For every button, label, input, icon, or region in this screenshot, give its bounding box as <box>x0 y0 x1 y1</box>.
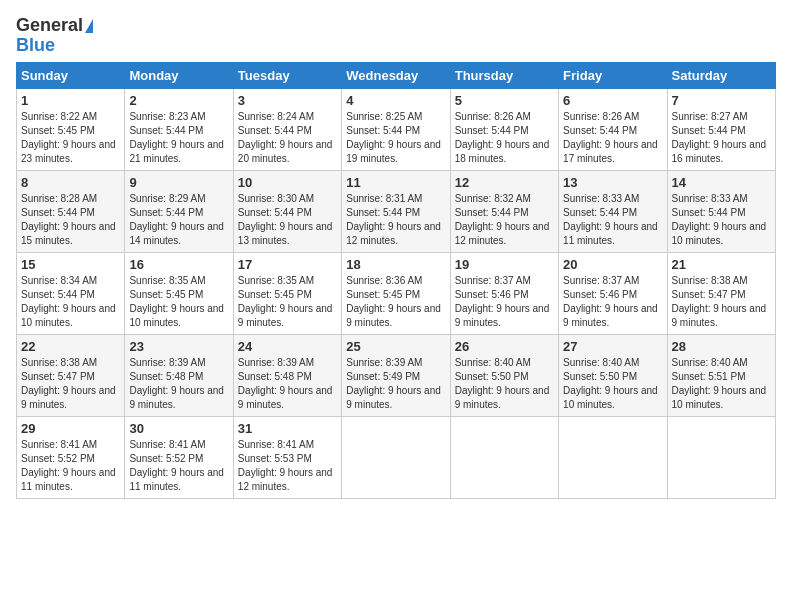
calendar-cell: 13 Sunrise: 8:33 AMSunset: 5:44 PMDaylig… <box>559 170 667 252</box>
calendar-cell <box>342 416 450 498</box>
day-detail: Sunrise: 8:26 AMSunset: 5:44 PMDaylight:… <box>455 111 550 164</box>
calendar-header-sunday: Sunday <box>17 62 125 88</box>
day-number: 11 <box>346 175 445 190</box>
calendar-cell: 29 Sunrise: 8:41 AMSunset: 5:52 PMDaylig… <box>17 416 125 498</box>
day-number: 4 <box>346 93 445 108</box>
calendar-cell: 12 Sunrise: 8:32 AMSunset: 5:44 PMDaylig… <box>450 170 558 252</box>
day-number: 5 <box>455 93 554 108</box>
day-number: 23 <box>129 339 228 354</box>
calendar-cell: 9 Sunrise: 8:29 AMSunset: 5:44 PMDayligh… <box>125 170 233 252</box>
day-number: 2 <box>129 93 228 108</box>
day-number: 26 <box>455 339 554 354</box>
logo-blue-text: Blue <box>16 36 55 56</box>
day-detail: Sunrise: 8:34 AMSunset: 5:44 PMDaylight:… <box>21 275 116 328</box>
calendar-cell: 17 Sunrise: 8:35 AMSunset: 5:45 PMDaylig… <box>233 252 341 334</box>
calendar-cell: 20 Sunrise: 8:37 AMSunset: 5:46 PMDaylig… <box>559 252 667 334</box>
day-number: 9 <box>129 175 228 190</box>
day-detail: Sunrise: 8:36 AMSunset: 5:45 PMDaylight:… <box>346 275 441 328</box>
calendar-cell: 15 Sunrise: 8:34 AMSunset: 5:44 PMDaylig… <box>17 252 125 334</box>
calendar-cell: 6 Sunrise: 8:26 AMSunset: 5:44 PMDayligh… <box>559 88 667 170</box>
calendar-table: SundayMondayTuesdayWednesdayThursdayFrid… <box>16 62 776 499</box>
day-detail: Sunrise: 8:39 AMSunset: 5:49 PMDaylight:… <box>346 357 441 410</box>
day-detail: Sunrise: 8:37 AMSunset: 5:46 PMDaylight:… <box>455 275 550 328</box>
logo-triangle-icon <box>85 19 93 33</box>
calendar-cell: 27 Sunrise: 8:40 AMSunset: 5:50 PMDaylig… <box>559 334 667 416</box>
day-detail: Sunrise: 8:29 AMSunset: 5:44 PMDaylight:… <box>129 193 224 246</box>
calendar-cell: 11 Sunrise: 8:31 AMSunset: 5:44 PMDaylig… <box>342 170 450 252</box>
calendar-cell <box>559 416 667 498</box>
calendar-cell: 19 Sunrise: 8:37 AMSunset: 5:46 PMDaylig… <box>450 252 558 334</box>
calendar-cell: 14 Sunrise: 8:33 AMSunset: 5:44 PMDaylig… <box>667 170 775 252</box>
day-number: 8 <box>21 175 120 190</box>
calendar-header-monday: Monday <box>125 62 233 88</box>
calendar-week-row: 29 Sunrise: 8:41 AMSunset: 5:52 PMDaylig… <box>17 416 776 498</box>
day-number: 28 <box>672 339 771 354</box>
day-number: 21 <box>672 257 771 272</box>
day-number: 16 <box>129 257 228 272</box>
calendar-cell: 28 Sunrise: 8:40 AMSunset: 5:51 PMDaylig… <box>667 334 775 416</box>
day-number: 31 <box>238 421 337 436</box>
calendar-cell: 26 Sunrise: 8:40 AMSunset: 5:50 PMDaylig… <box>450 334 558 416</box>
calendar-week-row: 22 Sunrise: 8:38 AMSunset: 5:47 PMDaylig… <box>17 334 776 416</box>
calendar-cell: 16 Sunrise: 8:35 AMSunset: 5:45 PMDaylig… <box>125 252 233 334</box>
day-number: 1 <box>21 93 120 108</box>
calendar-header-saturday: Saturday <box>667 62 775 88</box>
day-number: 3 <box>238 93 337 108</box>
day-number: 27 <box>563 339 662 354</box>
calendar-week-row: 15 Sunrise: 8:34 AMSunset: 5:44 PMDaylig… <box>17 252 776 334</box>
calendar-cell: 1 Sunrise: 8:22 AMSunset: 5:45 PMDayligh… <box>17 88 125 170</box>
page-header: General Blue <box>16 16 776 56</box>
day-number: 10 <box>238 175 337 190</box>
day-detail: Sunrise: 8:22 AMSunset: 5:45 PMDaylight:… <box>21 111 116 164</box>
calendar-header-friday: Friday <box>559 62 667 88</box>
calendar-cell: 4 Sunrise: 8:25 AMSunset: 5:44 PMDayligh… <box>342 88 450 170</box>
day-detail: Sunrise: 8:24 AMSunset: 5:44 PMDaylight:… <box>238 111 333 164</box>
day-detail: Sunrise: 8:27 AMSunset: 5:44 PMDaylight:… <box>672 111 767 164</box>
day-detail: Sunrise: 8:41 AMSunset: 5:52 PMDaylight:… <box>129 439 224 492</box>
day-detail: Sunrise: 8:26 AMSunset: 5:44 PMDaylight:… <box>563 111 658 164</box>
day-detail: Sunrise: 8:38 AMSunset: 5:47 PMDaylight:… <box>672 275 767 328</box>
calendar-cell <box>667 416 775 498</box>
day-number: 18 <box>346 257 445 272</box>
calendar-header-wednesday: Wednesday <box>342 62 450 88</box>
day-detail: Sunrise: 8:40 AMSunset: 5:51 PMDaylight:… <box>672 357 767 410</box>
calendar-week-row: 1 Sunrise: 8:22 AMSunset: 5:45 PMDayligh… <box>17 88 776 170</box>
day-number: 12 <box>455 175 554 190</box>
day-detail: Sunrise: 8:35 AMSunset: 5:45 PMDaylight:… <box>238 275 333 328</box>
day-number: 15 <box>21 257 120 272</box>
day-detail: Sunrise: 8:40 AMSunset: 5:50 PMDaylight:… <box>563 357 658 410</box>
day-number: 22 <box>21 339 120 354</box>
calendar-cell: 10 Sunrise: 8:30 AMSunset: 5:44 PMDaylig… <box>233 170 341 252</box>
day-detail: Sunrise: 8:31 AMSunset: 5:44 PMDaylight:… <box>346 193 441 246</box>
day-detail: Sunrise: 8:30 AMSunset: 5:44 PMDaylight:… <box>238 193 333 246</box>
calendar-cell: 21 Sunrise: 8:38 AMSunset: 5:47 PMDaylig… <box>667 252 775 334</box>
calendar-cell: 5 Sunrise: 8:26 AMSunset: 5:44 PMDayligh… <box>450 88 558 170</box>
calendar-header-row: SundayMondayTuesdayWednesdayThursdayFrid… <box>17 62 776 88</box>
day-number: 6 <box>563 93 662 108</box>
calendar-cell: 8 Sunrise: 8:28 AMSunset: 5:44 PMDayligh… <box>17 170 125 252</box>
day-detail: Sunrise: 8:39 AMSunset: 5:48 PMDaylight:… <box>238 357 333 410</box>
day-number: 17 <box>238 257 337 272</box>
day-number: 19 <box>455 257 554 272</box>
day-number: 7 <box>672 93 771 108</box>
calendar-header-tuesday: Tuesday <box>233 62 341 88</box>
day-number: 20 <box>563 257 662 272</box>
day-number: 30 <box>129 421 228 436</box>
day-detail: Sunrise: 8:40 AMSunset: 5:50 PMDaylight:… <box>455 357 550 410</box>
calendar-cell: 22 Sunrise: 8:38 AMSunset: 5:47 PMDaylig… <box>17 334 125 416</box>
logo-general-text: General <box>16 16 83 36</box>
calendar-week-row: 8 Sunrise: 8:28 AMSunset: 5:44 PMDayligh… <box>17 170 776 252</box>
day-detail: Sunrise: 8:38 AMSunset: 5:47 PMDaylight:… <box>21 357 116 410</box>
day-detail: Sunrise: 8:23 AMSunset: 5:44 PMDaylight:… <box>129 111 224 164</box>
calendar-cell: 24 Sunrise: 8:39 AMSunset: 5:48 PMDaylig… <box>233 334 341 416</box>
day-number: 25 <box>346 339 445 354</box>
calendar-cell: 23 Sunrise: 8:39 AMSunset: 5:48 PMDaylig… <box>125 334 233 416</box>
calendar-cell: 18 Sunrise: 8:36 AMSunset: 5:45 PMDaylig… <box>342 252 450 334</box>
day-number: 24 <box>238 339 337 354</box>
calendar-cell <box>450 416 558 498</box>
calendar-header-thursday: Thursday <box>450 62 558 88</box>
calendar-cell: 3 Sunrise: 8:24 AMSunset: 5:44 PMDayligh… <box>233 88 341 170</box>
day-number: 29 <box>21 421 120 436</box>
calendar-cell: 30 Sunrise: 8:41 AMSunset: 5:52 PMDaylig… <box>125 416 233 498</box>
day-detail: Sunrise: 8:35 AMSunset: 5:45 PMDaylight:… <box>129 275 224 328</box>
